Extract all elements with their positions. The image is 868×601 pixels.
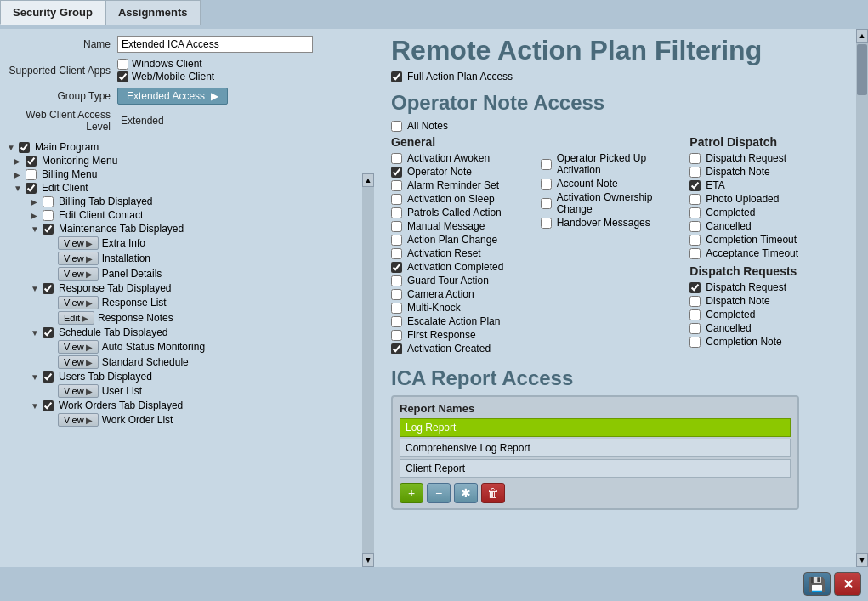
report-item-0[interactable]: Log Report bbox=[400, 418, 791, 437]
schedule-tab-container: ▼ Schedule Tab Displayed View ▶ Auto Sta… bbox=[31, 326, 367, 370]
cb-completed-d[interactable] bbox=[689, 309, 701, 320]
cb-cancelled-d[interactable] bbox=[689, 323, 701, 334]
billing-tab-node[interactable]: ▶ Billing Tab Displayed bbox=[31, 195, 367, 208]
report-asterisk-btn[interactable]: ✱ bbox=[454, 483, 478, 503]
cb-completion-timeout-p[interactable] bbox=[689, 235, 701, 246]
cb-completion-note-d[interactable] bbox=[689, 337, 701, 348]
cb-activation-completed[interactable] bbox=[391, 262, 402, 273]
report-item-2[interactable]: Client Report bbox=[400, 459, 791, 478]
response-list-view-btn[interactable]: View ▶ bbox=[58, 296, 99, 309]
billing-menu-checkbox[interactable] bbox=[26, 169, 37, 180]
all-notes-checkbox[interactable] bbox=[391, 121, 402, 132]
panel-details-view-btn[interactable]: View ▶ bbox=[58, 267, 99, 281]
cb-patrols-called[interactable] bbox=[391, 207, 402, 218]
edit-client-checkbox[interactable] bbox=[26, 183, 37, 194]
installation-view-btn[interactable]: View ▶ bbox=[58, 252, 99, 265]
web-mobile-row: Web/Mobile Client bbox=[117, 71, 214, 82]
cb-dispatch-note-d[interactable] bbox=[689, 296, 701, 307]
auto-status-view-btn[interactable]: View ▶ bbox=[58, 340, 99, 354]
cb-first-response[interactable] bbox=[391, 330, 402, 341]
standard-schedule-view-btn[interactable]: View ▶ bbox=[58, 355, 99, 369]
users-tab-node[interactable]: ▼ Users Tab Displayed bbox=[31, 370, 367, 383]
cb-manual-message[interactable] bbox=[391, 221, 402, 232]
left-scroll-down[interactable]: ▼ bbox=[362, 553, 374, 567]
cb-acceptance-timeout-p[interactable] bbox=[689, 248, 701, 259]
right-scroll-down[interactable]: ▼ bbox=[856, 553, 868, 567]
report-item-1[interactable]: Comprehensive Log Report bbox=[400, 439, 791, 457]
report-add-btn[interactable]: + bbox=[400, 483, 423, 503]
cb-photo-uploaded-p[interactable] bbox=[689, 194, 701, 205]
cb-op-picked-up[interactable] bbox=[541, 159, 552, 170]
edit-client-contact-node[interactable]: ▶ Edit Client Contact bbox=[31, 208, 367, 222]
full-action-plan-label: Full Action Plan Access bbox=[407, 71, 513, 82]
patrol-item-3: Photo Uploaded bbox=[689, 193, 839, 205]
work-order-list-view-btn[interactable]: View ▶ bbox=[58, 413, 99, 427]
work-orders-tab-node[interactable]: ▼ Work Orders Tab Displayed bbox=[31, 399, 367, 412]
cb-guard-tour[interactable] bbox=[391, 275, 402, 286]
cb-dispatch-note-p[interactable] bbox=[689, 167, 701, 178]
billing-menu-node[interactable]: ▶ Billing Menu bbox=[14, 167, 367, 181]
full-action-plan-checkbox[interactable] bbox=[391, 71, 402, 82]
cb-completed-p[interactable] bbox=[689, 207, 701, 218]
edit-client-node[interactable]: ▼ Edit Client bbox=[14, 181, 367, 195]
right-scroll-up[interactable]: ▲ bbox=[856, 29, 868, 43]
report-trash-btn[interactable]: 🗑 bbox=[481, 483, 505, 503]
name-input[interactable] bbox=[117, 36, 313, 53]
cb-escalate[interactable] bbox=[391, 316, 402, 327]
group-type-dropdown[interactable]: Extended Access ▶ bbox=[117, 88, 228, 105]
response-tab-checkbox[interactable] bbox=[43, 283, 54, 294]
monitoring-menu-node[interactable]: ▶ Monitoring Menu bbox=[14, 154, 367, 167]
cb-account-note[interactable] bbox=[541, 179, 552, 190]
cb-activation-on-sleep[interactable] bbox=[391, 194, 402, 205]
cb-activation-awoken[interactable] bbox=[391, 153, 402, 164]
user-list-view-btn[interactable]: View ▶ bbox=[58, 384, 99, 398]
windows-client-checkbox[interactable] bbox=[117, 59, 128, 70]
maintenance-tab-checkbox[interactable] bbox=[43, 224, 54, 235]
cb-operator-note[interactable] bbox=[391, 167, 402, 178]
maintenance-tab-node[interactable]: ▼ Maintenance Tab Displayed bbox=[31, 222, 367, 235]
schedule-tab-node[interactable]: ▼ Schedule Tab Displayed bbox=[31, 326, 367, 339]
cb-action-plan-change[interactable] bbox=[391, 235, 402, 246]
cb-camera-action[interactable] bbox=[391, 289, 402, 300]
extra-info-view-btn[interactable]: View ▶ bbox=[58, 236, 99, 250]
btn-arrow-ss: ▶ bbox=[86, 358, 93, 367]
view-label-pd: View bbox=[64, 269, 84, 279]
patrol-item-6: Completion Timeout bbox=[689, 234, 839, 246]
cb-activation-ownership[interactable] bbox=[541, 198, 552, 209]
cb-activation-reset[interactable] bbox=[391, 248, 402, 259]
tab-bar: Security Group Assignments bbox=[0, 0, 201, 25]
cb-handover-messages[interactable] bbox=[541, 218, 552, 229]
billing-tab-checkbox[interactable] bbox=[43, 196, 54, 207]
report-minus-btn[interactable]: − bbox=[427, 483, 451, 503]
schedule-tab-checkbox[interactable] bbox=[43, 327, 54, 338]
response-tab-node[interactable]: ▼ Response Tab Displayed bbox=[31, 281, 367, 295]
cb-eta-p[interactable] bbox=[689, 180, 701, 191]
users-tab-checkbox[interactable] bbox=[43, 371, 54, 383]
tab-security-group[interactable]: Security Group bbox=[0, 0, 105, 25]
windows-client-row: Windows Client bbox=[117, 58, 214, 70]
left-scroll-up[interactable]: ▲ bbox=[362, 173, 374, 187]
schedule-tab-label: Schedule Tab Displayed bbox=[59, 326, 168, 338]
btn-arrow-pd: ▶ bbox=[86, 269, 93, 279]
col2-item-1: Account Note bbox=[541, 178, 690, 190]
cb-dispatch-request-p[interactable] bbox=[689, 153, 701, 164]
close-button[interactable]: ✕ bbox=[834, 572, 861, 596]
cb-cancelled-p[interactable] bbox=[689, 221, 701, 232]
save-button[interactable]: 💾 bbox=[803, 572, 831, 596]
tab-assignments[interactable]: Assignments bbox=[105, 0, 201, 25]
response-notes-edit-btn[interactable]: Edit ▶ bbox=[58, 311, 94, 325]
cb-multi-knock[interactable] bbox=[391, 303, 402, 314]
right-panel: Remote Action Plan Filtering Full Action… bbox=[374, 29, 856, 567]
cb-dispatch-request-d[interactable] bbox=[689, 282, 701, 293]
work-orders-tab-checkbox[interactable] bbox=[43, 400, 54, 411]
main-program-node[interactable]: ▼ Main Program bbox=[7, 140, 367, 154]
group-type-label: Group Type bbox=[7, 90, 117, 102]
dispatch-item-1: Dispatch Note bbox=[689, 295, 839, 307]
main-program-checkbox[interactable] bbox=[19, 142, 30, 153]
right-scroll-thumb[interactable] bbox=[857, 44, 867, 95]
edit-client-contact-checkbox[interactable] bbox=[43, 210, 54, 221]
web-mobile-checkbox[interactable] bbox=[117, 71, 128, 82]
cb-alarm-reminder[interactable] bbox=[391, 180, 402, 191]
monitoring-menu-checkbox[interactable] bbox=[26, 156, 37, 167]
cb-activation-created[interactable] bbox=[391, 343, 402, 354]
